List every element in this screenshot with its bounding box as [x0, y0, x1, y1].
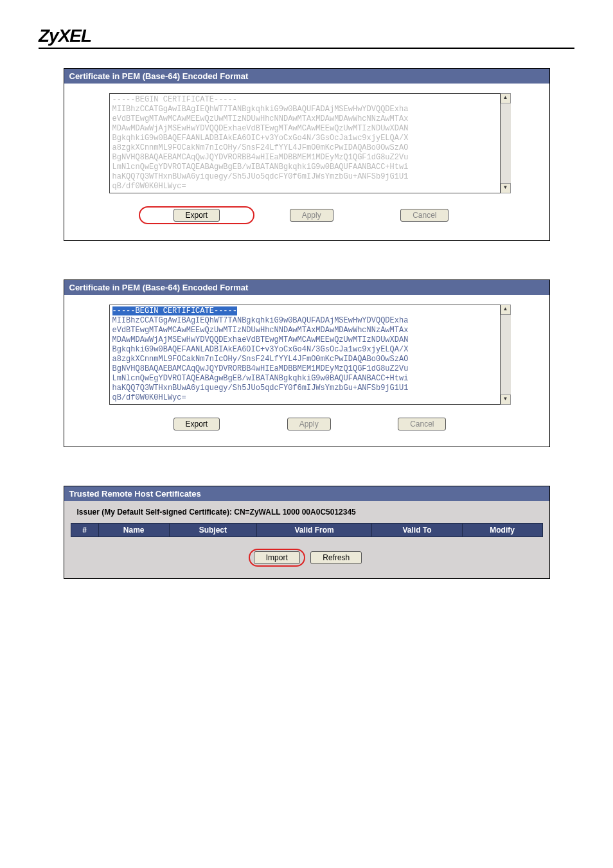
- trusted-hosts-panel: Trusted Remote Host Certificates Issuer …: [64, 486, 550, 579]
- col-valid-to: Valid To: [372, 524, 462, 537]
- pem-panel-2-header: Certificate in PEM (Base-64) Encoded For…: [64, 280, 549, 295]
- table-header-row: # Name Subject Valid From Valid To Modif…: [71, 524, 542, 537]
- col-subject: Subject: [169, 524, 256, 537]
- pem-first-line: -----BEGIN CERTIFICATE-----: [112, 95, 237, 104]
- brand-text: ZyXEL: [39, 26, 91, 46]
- refresh-button[interactable]: Refresh: [310, 551, 362, 564]
- trusted-hosts-header: Trusted Remote Host Certificates: [64, 486, 549, 501]
- scroll-up-icon[interactable]: ▲: [501, 93, 511, 103]
- export-button-2[interactable]: Export: [173, 418, 220, 430]
- cancel-button-1[interactable]: Cancel: [400, 209, 449, 222]
- pem-body: MIIBhzCCATGgAwIBAgIEQhWT7TANBgkqhkiG9w0B…: [112, 105, 409, 191]
- pem-panel-1-header: Certificate in PEM (Base-64) Encoded For…: [64, 69, 549, 84]
- scroll-down-icon[interactable]: ▼: [501, 183, 511, 193]
- col-number: #: [71, 524, 98, 537]
- export-highlight: Export: [139, 206, 255, 224]
- pem-panel-2: Certificate in PEM (Base-64) Encoded For…: [64, 279, 550, 447]
- issuer-line: Issuer (My Default Self-signed Certifica…: [77, 508, 543, 517]
- import-highlight: Import: [249, 549, 305, 567]
- apply-button-2[interactable]: Apply: [287, 418, 331, 430]
- brand-logo: ZyXEL: [39, 26, 574, 49]
- pem-first-line-selected: -----BEGIN CERTIFICATE-----: [112, 306, 237, 315]
- col-modify: Modify: [462, 524, 542, 537]
- pem-textarea-1[interactable]: -----BEGIN CERTIFICATE----- MIIBhzCCATGg…: [109, 93, 501, 193]
- scroll-down-icon[interactable]: ▼: [501, 394, 511, 405]
- scrollbar-2[interactable]: ▲ ▼: [501, 305, 511, 405]
- scrollbar-1[interactable]: ▲ ▼: [501, 93, 511, 193]
- pem-panel-1: Certificate in PEM (Base-64) Encoded For…: [64, 68, 550, 241]
- col-name: Name: [98, 524, 169, 537]
- import-button[interactable]: Import: [254, 551, 300, 564]
- export-button-1[interactable]: Export: [173, 209, 220, 222]
- cancel-button-2[interactable]: Cancel: [398, 418, 446, 430]
- pem-textarea-2[interactable]: -----BEGIN CERTIFICATE----- MIIBhzCCATGg…: [109, 305, 501, 405]
- apply-button-1[interactable]: Apply: [290, 209, 333, 222]
- cert-table: # Name Subject Valid From Valid To Modif…: [71, 523, 543, 537]
- pem-body: MIIBhzCCATGgAwIBAgIEQhWT7TANBgkqhkiG9w0B…: [112, 316, 409, 402]
- col-valid-from: Valid From: [256, 524, 372, 537]
- scroll-up-icon[interactable]: ▲: [501, 305, 511, 315]
